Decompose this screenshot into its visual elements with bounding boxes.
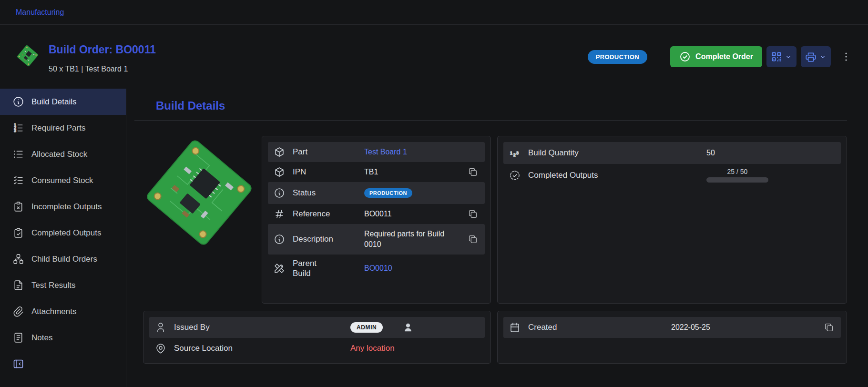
header-actions: PRODUCTION Complete Order [588, 46, 852, 67]
header-title-group: Build Order: BO0011 50 x TB1 | Test Boar… [16, 41, 156, 73]
progress-bar [706, 177, 768, 183]
issued-panel: Issued By ADMIN Source Location Any loca… [143, 311, 491, 364]
list-icon [12, 148, 24, 160]
status-badge: PRODUCTION [588, 50, 647, 64]
copy-button[interactable] [468, 166, 479, 178]
sitemap-icon [12, 253, 24, 265]
calendar-icon [509, 322, 521, 333]
sidebar-item-test-results[interactable]: Test Results [0, 272, 126, 298]
dots-vertical-icon [840, 51, 852, 62]
part-link[interactable]: Test Board 1 [364, 148, 407, 156]
box-icon [274, 166, 285, 178]
details-panel: Part Test Board 1 IPN TB1 Status [262, 136, 491, 304]
user-icon [155, 322, 166, 333]
chevron-down-icon [784, 52, 793, 61]
part-image[interactable] [143, 136, 255, 249]
breadcrumb: Manufacturing [0, 0, 868, 25]
copy-icon [468, 209, 478, 219]
map-pin-icon [155, 343, 166, 354]
source-location-row: Source Location Any location [149, 338, 485, 359]
clipboard-x-icon [12, 201, 24, 213]
build-details-grid: Part Test Board 1 IPN TB1 Status [143, 136, 847, 364]
sidebar-item-child-build-orders[interactable]: Child Build Orders [0, 246, 126, 272]
qrcode-icon [770, 51, 783, 63]
page-subtitle: 50 x TB1 | Test Board 1 [49, 65, 156, 73]
chevron-down-icon [818, 52, 827, 61]
progress-check-icon [509, 170, 521, 181]
list-check-icon [12, 174, 24, 186]
copy-icon [468, 167, 478, 177]
detail-row-description: Description Required parts for Build 001… [268, 224, 485, 255]
box-icon [274, 146, 285, 158]
detail-row-parent-build: Parent Build BO0010 [268, 255, 485, 283]
status-badge-small: PRODUCTION [364, 188, 412, 198]
detail-row-part: Part Test Board 1 [268, 142, 485, 162]
main-panel: Build Details Part Test Board 1 [126, 89, 868, 387]
print-actions-button[interactable] [801, 46, 831, 67]
completed-outputs-progress: 25 / 50 [706, 168, 768, 183]
copy-button[interactable] [468, 208, 479, 220]
overflow-menu-button[interactable] [840, 46, 852, 67]
section-title: Build Details [156, 99, 847, 112]
clipboard-check-icon [12, 227, 24, 239]
section-divider [134, 120, 847, 121]
sidebar-collapse-button[interactable] [12, 357, 27, 370]
complete-order-button[interactable]: Complete Order [670, 46, 762, 67]
info-circle-icon [274, 234, 285, 245]
build-quantity-value: 50 [706, 149, 715, 157]
breadcrumb-manufacturing[interactable]: Manufacturing [16, 8, 64, 17]
detail-row-status: Status PRODUCTION [268, 182, 485, 204]
sidebar-item-build-details[interactable]: Build Details [0, 89, 126, 115]
copy-button[interactable] [824, 322, 835, 333]
content-area: Build Details Required Parts Allocated S… [0, 89, 868, 387]
page-title: Build Order: BO0011 [49, 43, 156, 56]
progress-label: 25 / 50 [727, 168, 748, 175]
printer-icon [805, 51, 817, 63]
sidebar: Build Details Required Parts Allocated S… [0, 89, 126, 387]
sidebar-item-allocated-stock[interactable]: Allocated Stock [0, 141, 126, 167]
detail-row-ipn: IPN TB1 [268, 162, 485, 182]
app-root: Manufacturing Build Order: BO0011 50 x T… [0, 0, 868, 387]
build-quantity-row: Build Quantity 50 [503, 142, 841, 164]
created-panel: Created 2022-05-25 [497, 311, 847, 364]
sidebar-item-required-parts[interactable]: Required Parts [0, 115, 126, 141]
detail-row-reference: Reference BO0011 [268, 204, 485, 224]
circle-check-icon [681, 52, 689, 61]
issued-by-row: Issued By ADMIN [149, 317, 485, 338]
info-circle-icon [274, 187, 285, 199]
sidebar-item-completed-outputs[interactable]: Completed Outputs [0, 220, 126, 246]
hash-icon [274, 208, 285, 220]
sidebar-item-consumed-stock[interactable]: Consumed Stock [0, 167, 126, 194]
list-numbers-icon [12, 122, 24, 134]
page-header: Build Order: BO0011 50 x TB1 | Test Boar… [0, 25, 868, 89]
quantity-panel: Build Quantity 50 Completed Outputs 25 /… [497, 136, 847, 304]
barcode-actions-button[interactable] [766, 46, 797, 67]
completed-outputs-row: Completed Outputs 25 / 50 [503, 164, 841, 186]
part-thumbnail[interactable] [16, 44, 39, 67]
created-row: Created 2022-05-25 [503, 317, 841, 338]
sidebar-item-notes[interactable]: Notes [0, 325, 126, 351]
admin-badge: ADMIN [350, 322, 383, 333]
sidebar-divider [0, 351, 126, 351]
sidebar-collapse-icon [12, 357, 25, 370]
user-filled-icon [403, 322, 413, 333]
info-circle-icon [12, 96, 24, 108]
sidebar-item-incomplete-outputs[interactable]: Incomplete Outputs [0, 194, 126, 220]
tools-icon [274, 263, 285, 274]
created-value: 2022-05-25 [671, 323, 710, 332]
sidebar-item-attachments[interactable]: Attachments [0, 298, 126, 325]
copy-icon [824, 322, 834, 333]
parent-build-link[interactable]: BO0010 [364, 264, 392, 273]
copy-icon [468, 234, 478, 244]
file-report-icon [12, 279, 24, 291]
source-location-value: Any location [350, 344, 395, 353]
numbers-123-icon [509, 147, 521, 159]
paperclip-icon [12, 306, 24, 317]
copy-button[interactable] [468, 234, 479, 245]
notes-icon [12, 332, 24, 344]
